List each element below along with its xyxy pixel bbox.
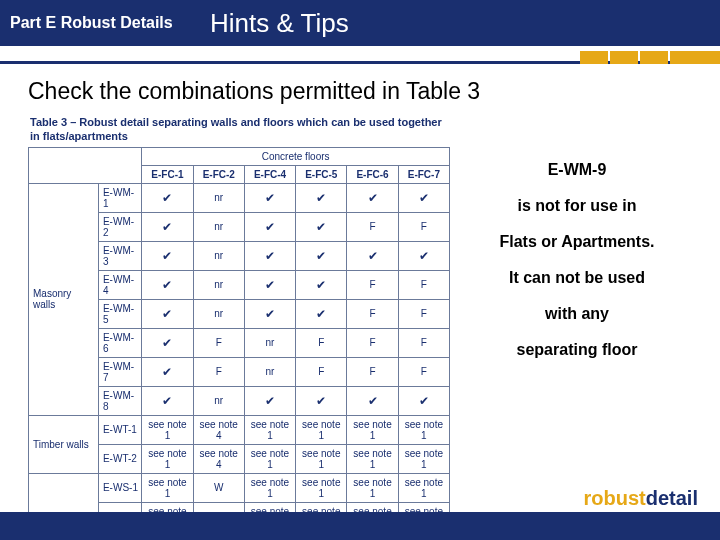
table-cell: ✔ [244,270,295,299]
table-cell: see note 1 [296,473,347,502]
accent-bar [0,46,720,64]
table-cell: see note 1 [142,415,193,444]
table-cell: ✔ [296,299,347,328]
table-cell: see note 4 [193,444,244,473]
page-heading: Check the combinations permitted in Tabl… [28,78,692,105]
side-note-line: separating floor [462,341,692,359]
table-cell: F [296,357,347,386]
table-cell: nr [244,357,295,386]
table-cell: F [193,357,244,386]
table-cell: ✔ [142,212,193,241]
table-cell: see note 1 [244,415,295,444]
row-label: E-WT-1 [98,415,141,444]
side-note: E-WM-9is not for use inFlats or Apartmen… [462,113,692,377]
table-cell: ✔ [296,212,347,241]
table-cell: F [193,328,244,357]
row-label: E-WS-1 [98,473,141,502]
table-cell: F [398,212,449,241]
table-cell: see note 1 [296,444,347,473]
header-title: Hints & Tips [210,8,349,39]
side-note-line: It can not be used [462,269,692,287]
table-cell: nr [193,183,244,212]
table-cell: see note 1 [347,444,398,473]
table-cell: ✔ [296,241,347,270]
table-cell: see note 1 [398,473,449,502]
table-cell: nr [193,386,244,415]
table-cell: ✔ [244,212,295,241]
table-cell: nr [193,270,244,299]
col-header: E-FC-6 [347,165,398,183]
side-note-line: is not for use in [462,197,692,215]
table-cell: ✔ [142,299,193,328]
col-group-header: Concrete floors [142,147,450,165]
row-label: E-WM-1 [98,183,141,212]
table-cell: ✔ [296,270,347,299]
row-group-label: Masonry walls [29,183,99,415]
table-cell: ✔ [347,183,398,212]
side-note-line: with any [462,305,692,323]
table-cell: ✔ [142,270,193,299]
table-cell: F [398,357,449,386]
table-cell: see note 1 [142,473,193,502]
col-header: E-FC-1 [142,165,193,183]
table-cell: see note 4 [193,415,244,444]
row-label: E-WM-4 [98,270,141,299]
footer-bar [0,512,720,540]
table-cell: F [347,212,398,241]
table-cell: ✔ [398,386,449,415]
table-cell: see note 1 [296,415,347,444]
table-cell: see note 1 [398,415,449,444]
table-cell: ✔ [398,241,449,270]
table-cell: ✔ [142,328,193,357]
row-label: E-WM-5 [98,299,141,328]
table-cell: ✔ [244,386,295,415]
side-note-line: E-WM-9 [462,161,692,179]
table-cell: see note 1 [142,444,193,473]
table-cell: ✔ [296,183,347,212]
brand-logo: robustdetail [584,487,698,510]
col-header: E-FC-2 [193,165,244,183]
table-title: Table 3 – Robust detail separating walls… [28,113,450,147]
table-cell: see note 1 [244,473,295,502]
table-wrapper: Table 3 – Robust detail separating walls… [28,113,450,540]
content-area: Check the combinations permitted in Tabl… [0,64,720,540]
brand-right: detail [646,487,698,509]
table-cell: see note 1 [347,473,398,502]
row-label: E-WM-2 [98,212,141,241]
col-header: E-FC-4 [244,165,295,183]
row-label: E-WT-2 [98,444,141,473]
side-note-line: Flats or Apartments. [462,233,692,251]
table-cell: F [347,357,398,386]
table-cell: ✔ [142,241,193,270]
table-cell: ✔ [142,183,193,212]
brand-left: robust [584,487,646,509]
table-row: Steel wallsE-WS-1see note 1Wsee note 1se… [29,473,450,502]
table-cell: nr [193,241,244,270]
header-bar: Part E Robust Details Hints & Tips [0,0,720,46]
table-cell: see note 1 [244,444,295,473]
table-cell: ✔ [244,241,295,270]
table-cell: ✔ [347,386,398,415]
table-row: Timber wallsE-WT-1see note 1see note 4se… [29,415,450,444]
table-cell: F [398,299,449,328]
table-cell: F [347,299,398,328]
table-cell: see note 1 [398,444,449,473]
table-cell: nr [193,212,244,241]
row-label: E-WM-3 [98,241,141,270]
col-header: E-FC-5 [296,165,347,183]
table-3: Concrete floors E-FC-1E-FC-2E-FC-4E-FC-5… [28,147,450,541]
table-cell: F [398,270,449,299]
table-cell: ✔ [296,386,347,415]
table-cell: ✔ [244,183,295,212]
table-row: Masonry wallsE-WM-1✔nr✔✔✔✔ [29,183,450,212]
table-cell: F [296,328,347,357]
row-label: E-WM-6 [98,328,141,357]
table-cell: see note 1 [347,415,398,444]
row-label: E-WM-7 [98,357,141,386]
table-cell: F [347,270,398,299]
table-cell: ✔ [347,241,398,270]
row-label: E-WM-8 [98,386,141,415]
table-cell: ✔ [142,386,193,415]
table-cell: nr [244,328,295,357]
table-cell: ✔ [398,183,449,212]
